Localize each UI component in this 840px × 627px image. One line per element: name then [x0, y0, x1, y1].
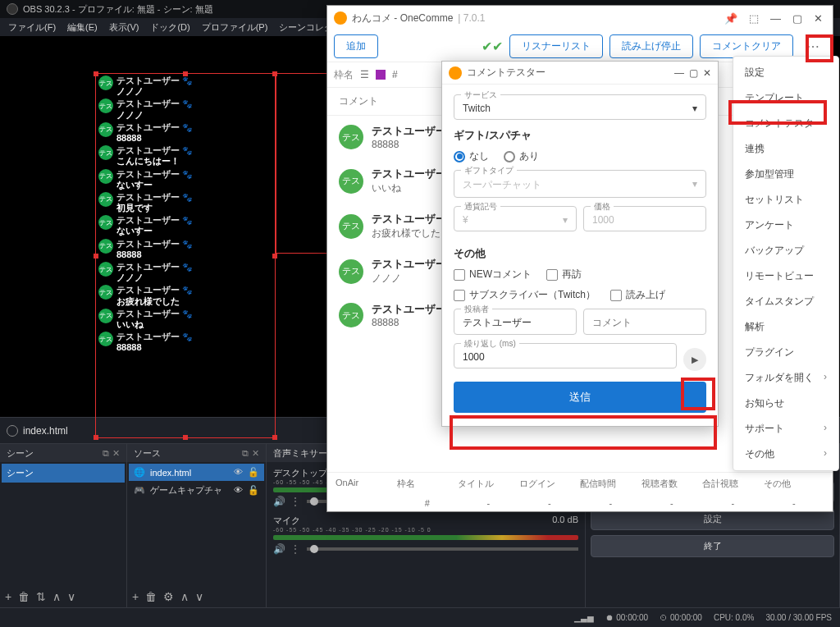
stream-time: 00:00:00 — [670, 613, 702, 622]
comment-tester-dialog: コメントテスター — ▢ ✕ サービス Twitch▾ ギフト/スパチャ なし … — [441, 61, 719, 427]
down-icon[interactable]: ∨ — [67, 590, 75, 603]
menu-item[interactable]: その他› — [733, 442, 838, 467]
close-icon[interactable]: ✕ — [112, 448, 120, 459]
layout-icon[interactable]: ⬚ — [746, 12, 762, 25]
menu-item[interactable]: プラグイン — [733, 340, 838, 365]
scenes-title: シーン — [7, 447, 34, 460]
read-aloud-checkbox[interactable]: 読み上げ — [610, 288, 665, 302]
repeat-field[interactable]: 繰り返し (ms) — [454, 343, 677, 368]
menu-item[interactable]: セットリスト — [733, 187, 838, 213]
down-icon[interactable]: ∨ — [195, 590, 203, 603]
speaker-icon[interactable]: 🔊 — [273, 496, 285, 507]
gift-none-radio[interactable]: なし — [454, 149, 489, 163]
up-icon[interactable]: ∧ — [180, 590, 189, 603]
exit-button[interactable]: 終了 — [591, 535, 834, 557]
stop-read-button[interactable]: 読み上げ停止 — [609, 34, 693, 58]
visibility-icon[interactable]: 👁 — [234, 485, 243, 496]
poster-input[interactable] — [463, 318, 568, 329]
mixer-title: 音声ミキサー — [273, 447, 327, 460]
cpu-usage: CPU: 0.0% — [714, 613, 754, 622]
trash-icon[interactable]: 🗑 — [145, 590, 157, 603]
menu-item[interactable]: コメントテスター — [733, 111, 838, 136]
user-avatar: テス — [98, 215, 113, 230]
settings-icon[interactable]: ⚙ — [163, 590, 174, 603]
more-menu-button[interactable]: ⋯ — [800, 35, 826, 57]
minimize-icon[interactable]: — — [767, 12, 784, 25]
onecomme-more-menu: 設定テンプレートコメントテスター連携参加型管理セットリストアンケートバックアップ… — [733, 56, 839, 471]
lock-icon[interactable]: 🔓 — [248, 485, 259, 496]
menu-file[interactable]: ファイル(F) — [3, 20, 61, 35]
clear-comment-button[interactable]: コメントクリア — [700, 34, 793, 58]
user-avatar: テス — [98, 262, 113, 277]
user-avatar: テス — [339, 214, 363, 239]
level-meter — [273, 535, 578, 540]
signal-icon: ▁▃▅ — [574, 613, 594, 622]
comment-tester-titlebar[interactable]: コメントテスター — ▢ ✕ — [442, 62, 718, 85]
add-icon[interactable]: + — [5, 590, 11, 603]
listener-list-button[interactable]: リスナーリスト — [509, 34, 603, 58]
popout-icon[interactable]: ⧉ — [103, 448, 109, 459]
menu-item[interactable]: 連携 — [733, 136, 838, 162]
menu-dock[interactable]: ドック(D) — [145, 20, 194, 35]
sources-dock: ソース⧉✕ 🌐index.html👁🔓🎮ゲームキャプチャ👁🔓 + 🗑 ⚙ ∧ ∨ — [127, 444, 267, 607]
speaker-icon[interactable]: 🔊 — [273, 543, 285, 555]
add-button[interactable]: 追加 — [334, 34, 378, 58]
gift-yes-radio[interactable]: あり — [504, 149, 539, 163]
menu-view[interactable]: 表示(V) — [104, 20, 144, 35]
menu-item[interactable]: テンプレート — [733, 85, 838, 111]
service-select[interactable]: サービス Twitch▾ — [454, 94, 706, 120]
menu-edit[interactable]: 編集(E) — [62, 20, 103, 35]
up-icon[interactable]: ∧ — [52, 590, 61, 603]
obs-title-text: OBS 30.2.3 - プロファイル: 無題 - シーン: 無題 — [23, 3, 213, 16]
color-swatch[interactable] — [376, 70, 386, 80]
add-icon[interactable]: + — [132, 590, 139, 603]
menu-item[interactable]: お知らせ — [733, 391, 838, 416]
currency-field: 通貨記号 ¥▾ — [454, 206, 577, 231]
user-avatar: テス — [98, 98, 113, 113]
source-item[interactable]: 🌐index.html👁🔓 — [129, 464, 264, 481]
onecomme-status-table: OnAir枠名タイトルログイン配信時間視聴者数合計視聴その他 #------ — [327, 472, 833, 511]
lock-icon[interactable]: 🔓 — [248, 467, 259, 478]
subscriber-checkbox[interactable]: サブスクライバー（Twitch） — [454, 288, 596, 302]
source-item[interactable]: 🎮ゲームキャプチャ👁🔓 — [129, 481, 264, 500]
play-button[interactable]: ▶ — [683, 348, 706, 371]
volume-slider[interactable] — [307, 547, 578, 551]
menu-item[interactable]: 設定 — [733, 60, 838, 85]
popout-icon[interactable]: ⧉ — [242, 448, 249, 459]
revisit-checkbox[interactable]: 再訪 — [546, 268, 582, 281]
more-icon[interactable]: ⋮ — [290, 496, 300, 507]
close-icon[interactable]: ✕ — [703, 67, 711, 79]
menu-item[interactable]: タイムスタンプ — [733, 289, 838, 314]
comment-field[interactable] — [583, 309, 706, 335]
minimize-icon[interactable]: — — [674, 67, 684, 79]
close-icon[interactable]: ✕ — [810, 12, 826, 25]
pin-icon[interactable]: 📌 — [721, 12, 741, 25]
repeat-input[interactable] — [463, 351, 668, 363]
more-icon[interactable]: ⋮ — [290, 543, 300, 555]
menu-item[interactable]: バックアップ — [733, 238, 838, 263]
poster-field[interactable]: 投稿者 — [454, 309, 577, 335]
scene-item[interactable]: シーン — [2, 464, 125, 483]
reorder-icon[interactable]: ⇅ — [36, 590, 46, 603]
menu-item[interactable]: サポート› — [733, 416, 838, 442]
send-button[interactable]: 送信 — [454, 382, 706, 413]
menu-profile[interactable]: プロファイル(P) — [197, 20, 273, 35]
menu-item[interactable]: リモートビュー — [733, 263, 838, 289]
user-avatar: テス — [98, 145, 113, 160]
new-comment-checkbox[interactable]: NEWコメント — [454, 268, 532, 281]
maximize-icon[interactable]: ▢ — [689, 67, 698, 79]
onecomme-version: | 7.0.1 — [458, 12, 485, 24]
menu-item[interactable]: フォルダを開く› — [733, 365, 838, 391]
trash-icon[interactable]: 🗑 — [18, 590, 30, 603]
visibility-icon[interactable]: 👁 — [234, 467, 243, 478]
maximize-icon[interactable]: ▢ — [789, 12, 806, 25]
comment-input[interactable] — [592, 317, 697, 328]
menu-item[interactable]: 解析 — [733, 314, 838, 340]
menu-item[interactable]: アンケート — [733, 213, 838, 238]
close-icon[interactable]: ✕ — [252, 448, 259, 459]
menu-item[interactable]: 参加型管理 — [733, 162, 838, 187]
selected-source-name: index.html — [23, 425, 68, 437]
user-avatar: テス — [339, 303, 363, 327]
onecomme-titlebar[interactable]: わんコメ - OneComme | 7.0.1 📌 ⬚ — ▢ ✕ — [327, 6, 833, 30]
check-all-icon[interactable]: ✔✔ — [482, 39, 503, 54]
